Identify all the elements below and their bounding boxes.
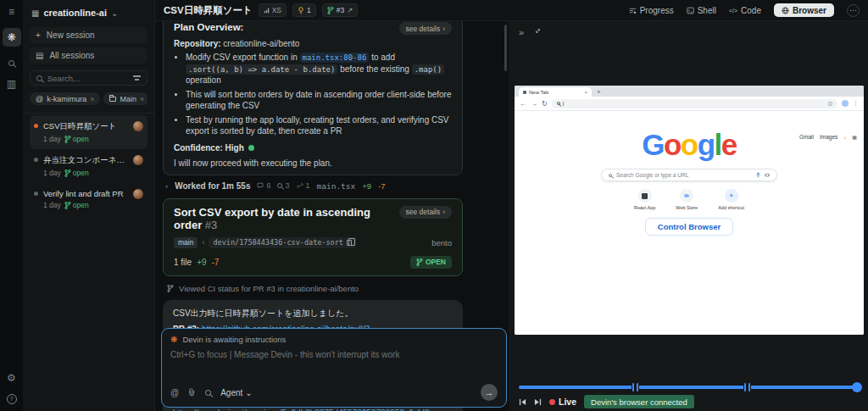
skip-to-end-icon[interactable] <box>534 398 542 406</box>
filter-tag-user[interactable]: @ k-kamimura × <box>30 92 100 105</box>
message-line: CSV出力時に日時昇順ソートを追加しました。 <box>173 308 453 319</box>
devin-status-row: ❋ Devin is awaiting instructions <box>162 329 506 347</box>
new-tab-icon[interactable]: + <box>597 88 601 96</box>
collapse-panel-icon[interactable]: » <box>519 27 524 37</box>
left-rail: ≡ ❋ ▥ ⚙ ? <box>0 0 23 411</box>
session-item-bento-docs[interactable]: 弁当注文コンポーネントドキュメン… 1 day open <box>30 149 147 183</box>
tab-progress[interactable]: Progress <box>629 6 674 15</box>
devin-logo-icon: ❋ <box>170 335 177 344</box>
pr-see-details-button[interactable]: see details› <box>399 206 452 219</box>
devin-logo-icon[interactable]: ❋ <box>3 28 21 47</box>
new-session-button[interactable]: + New session <box>30 27 147 43</box>
close-icon[interactable]: × <box>140 95 144 103</box>
favicon <box>523 91 526 94</box>
playback-controls: Live Devin's browser connected <box>519 395 694 408</box>
back-icon[interactable]: ← <box>520 100 526 108</box>
skip-to-start-icon[interactable] <box>519 398 526 406</box>
mic-icon[interactable] <box>756 172 760 178</box>
shortcut-react-app[interactable]: React App <box>634 189 655 210</box>
status-dot <box>34 158 38 162</box>
tab-code[interactable]: </> Code <box>729 6 761 15</box>
close-icon[interactable]: × <box>90 95 94 103</box>
help-icon[interactable]: ? <box>7 394 17 404</box>
menu-icon[interactable]: ≡ <box>8 7 14 17</box>
control-browser-button[interactable]: Control Browser <box>645 218 733 236</box>
browser-tab[interactable]: New Tab × <box>519 87 592 97</box>
expand-icon[interactable] <box>534 27 542 37</box>
search-command-icon[interactable] <box>205 390 211 396</box>
code-icon: </> <box>729 8 737 14</box>
copy-icon[interactable] <box>347 240 352 246</box>
plus-icon: + <box>725 189 738 203</box>
gmail-link[interactable]: Gmail <box>799 134 814 140</box>
plan-overview-card: Plan Overview: see details› Repository: … <box>163 21 463 175</box>
forward-icon[interactable]: → <box>531 100 537 108</box>
progress-icon <box>629 7 637 14</box>
files-changed: 1 file <box>174 258 192 267</box>
session-item-verify-lint[interactable]: Verify lint and draft PR 1 day open <box>30 183 147 215</box>
chat-scrollbar[interactable] <box>504 25 507 71</box>
pr-link-badge[interactable]: #3 ↗ <box>322 3 359 17</box>
tab-close-icon[interactable]: × <box>584 90 587 95</box>
filter-icon[interactable] <box>133 75 141 80</box>
agent-mode-selector[interactable]: Agent ⌄ <box>220 388 253 397</box>
head-branch-chip[interactable]: devin/1758443436-csv-date-sort <box>209 237 356 248</box>
tab-browser[interactable]: Browser <box>774 3 834 17</box>
shortcut-tiles: React App Web Store + Add shortcut <box>515 189 864 210</box>
plan-repository: Repository: creationline-ai/bento <box>174 39 452 48</box>
branch-icon <box>416 258 423 266</box>
timeline-handle[interactable] <box>852 382 862 392</box>
session-item-csv-sort[interactable]: CSV日時昇順ソート 1 day open <box>30 115 147 149</box>
settings-gear-icon[interactable]: ⚙ <box>7 373 16 383</box>
shortcut-add[interactable]: + Add shortcut <box>718 189 744 210</box>
conversation-panel: Plan Overview: see details› Repository: … <box>155 21 509 411</box>
live-indicator[interactable]: Live <box>549 397 576 407</box>
new-session-label: New session <box>47 31 95 40</box>
session-search-input[interactable]: Search... <box>30 70 147 86</box>
browser-menu-icon[interactable]: ⋮ <box>853 100 859 107</box>
more-options-icon[interactable]: ⋯ <box>847 4 860 17</box>
filter-tag-branch[interactable]: Main × <box>103 92 147 105</box>
plan-see-details-button[interactable]: see details› <box>399 22 452 35</box>
input-toolbar: @ Agent ⌄ → <box>170 384 498 401</box>
address-bar[interactable]: | <box>552 99 837 108</box>
avatar <box>133 155 143 165</box>
comment-count: 6 <box>257 181 270 190</box>
attach-icon[interactable] <box>188 388 196 397</box>
playback-timeline[interactable] <box>519 386 860 389</box>
message-input-placeholder[interactable]: Ctrl+G to focus | Message Devin - this w… <box>162 347 506 362</box>
shortcut-web-store[interactable]: Web Store <box>676 189 698 210</box>
tab-shell[interactable]: Shell <box>687 6 716 15</box>
workspace-selector[interactable]: ▦ creationline-ai ⌄ <box>30 6 147 23</box>
downloads-icon[interactable]: ↓ <box>843 135 846 140</box>
sessions-sidebar: ▦ creationline-ai ⌄ + New session ▤ All … <box>23 0 155 411</box>
code-chip: .sort((a, b) => a.date - b.date) <box>186 64 337 75</box>
message-input-box[interactable]: ❋ Devin is awaiting instructions Ctrl+G … <box>161 328 507 408</box>
all-sessions-button[interactable]: ▤ All sessions <box>30 47 147 64</box>
workspace-name: creationline-ai <box>43 8 107 18</box>
devin-run-link[interactable]: https://app.devin.ai/sessions/5a6db3b327… <box>173 408 429 411</box>
images-link[interactable]: Images <box>820 134 837 140</box>
apps-grid-icon[interactable]: ▦ <box>852 134 857 140</box>
profile-avatar[interactable] <box>842 100 849 107</box>
browser-screenshot[interactable]: New Tab × + ← → ↻ | ⋮ Gmail Images ↓ ▦ <box>515 86 864 335</box>
deletions: -7 <box>378 181 385 191</box>
mention-icon[interactable]: @ <box>170 388 179 397</box>
browser-connected-badge: Devin's browser connected <box>584 395 694 408</box>
reload-icon[interactable]: ↻ <box>542 100 548 108</box>
worked-summary-row[interactable]: › Worked for 1m 55s 6 3 1 main.tsx +9 -7 <box>165 181 509 191</box>
lens-camera-icon[interactable] <box>765 173 770 177</box>
folder-icon <box>109 97 116 102</box>
suggestion-badge[interactable]: 1 <box>292 3 316 17</box>
size-badge: XS <box>259 3 287 17</box>
address-bar-icon <box>828 102 832 106</box>
google-search-box[interactable]: Search Google or type a URL <box>601 169 777 181</box>
code-ref-chip[interactable]: main.tsx:80-86 <box>300 53 370 63</box>
session-title: 弁当注文コンポーネントドキュメン… <box>43 155 128 166</box>
send-button[interactable]: → <box>481 384 498 401</box>
divider <box>23 113 154 114</box>
docs-icon[interactable]: ▥ <box>7 79 16 89</box>
session-age: 1 day <box>43 201 61 209</box>
search-nav-icon[interactable] <box>8 58 14 68</box>
terminal-icon <box>687 7 694 14</box>
